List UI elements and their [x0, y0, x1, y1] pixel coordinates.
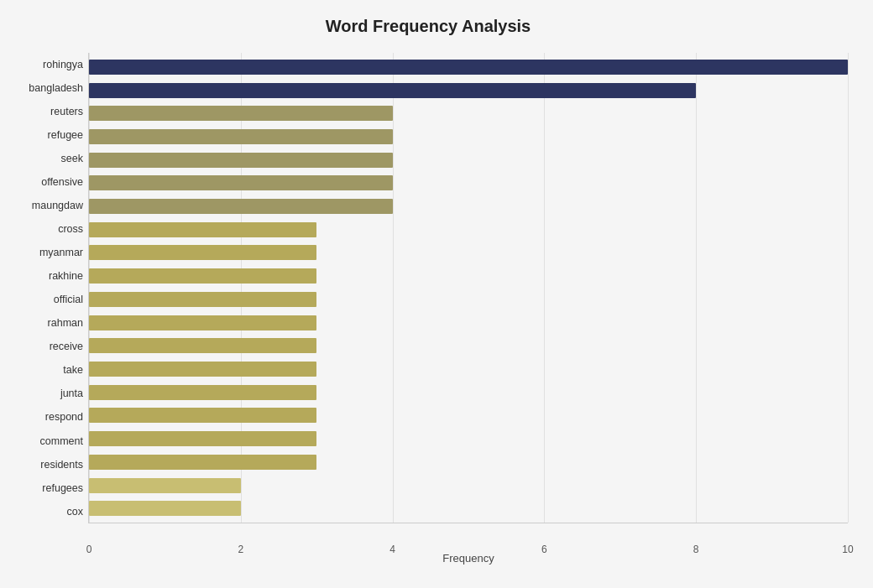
bar	[89, 106, 393, 121]
y-label: rakhine	[8, 271, 83, 282]
bar	[89, 431, 316, 446]
y-label: rohingya	[8, 60, 83, 70]
y-label: bangladesh	[8, 83, 83, 94]
y-label: official	[8, 294, 83, 305]
bar	[89, 501, 241, 516]
bar-row	[89, 357, 848, 381]
bar	[89, 315, 316, 330]
bar-row	[89, 79, 848, 102]
y-label: cox	[8, 507, 83, 518]
bar-row	[89, 404, 848, 428]
bar-row	[89, 474, 848, 497]
chart-container: Word Frequency Analysis rohingyabanglade…	[0, 0, 873, 588]
bar-row	[89, 288, 848, 311]
y-label: seek	[8, 154, 83, 164]
y-label: myanmar	[8, 247, 83, 258]
bar	[89, 153, 393, 168]
bar-row	[89, 195, 848, 218]
bar-row	[89, 264, 848, 288]
y-label: rahman	[8, 318, 83, 329]
bar	[89, 83, 696, 98]
plot-area: 0246810 Frequency	[88, 53, 848, 523]
y-label: receive	[8, 341, 83, 352]
y-label: junta	[8, 388, 83, 399]
bar	[89, 245, 316, 260]
y-label: refugee	[8, 130, 83, 141]
y-label: take	[8, 365, 83, 376]
bar-row	[89, 55, 848, 79]
bar-row	[89, 427, 848, 450]
y-label: refugees	[8, 483, 83, 494]
bar	[89, 199, 393, 214]
bar-row	[89, 242, 848, 265]
chart-area: rohingyabangladeshreutersrefugeeseekoffe…	[8, 53, 848, 523]
bar	[89, 292, 316, 307]
bar	[89, 338, 316, 353]
bar	[89, 362, 316, 377]
bar	[89, 408, 316, 423]
bar-row	[89, 311, 848, 335]
bar	[89, 385, 316, 400]
bar	[89, 268, 316, 284]
bar-row	[89, 148, 848, 172]
bar-row	[89, 381, 848, 404]
bar	[89, 175, 393, 190]
bar-row	[89, 101, 848, 125]
y-axis: rohingyabangladeshreutersrefugeeseekoffe…	[8, 53, 88, 523]
bar	[89, 455, 316, 470]
y-label: cross	[8, 224, 83, 235]
bar-row	[89, 450, 848, 474]
grid-line	[848, 53, 849, 523]
y-label: offensive	[8, 177, 83, 188]
chart-title: Word Frequency Analysis	[8, 17, 848, 36]
y-label: reuters	[8, 107, 83, 117]
y-label: residents	[8, 460, 83, 471]
bar	[89, 129, 393, 144]
bar	[89, 60, 848, 75]
bar-row	[89, 334, 848, 357]
bar-row	[89, 172, 848, 195]
y-label: comment	[8, 436, 83, 447]
x-axis-title: Frequency	[89, 552, 848, 565]
bar	[89, 478, 241, 493]
y-label: respond	[8, 412, 83, 423]
y-label: maungdaw	[8, 200, 83, 211]
bar	[89, 222, 316, 237]
bar-row	[89, 218, 848, 242]
bar-row	[89, 125, 848, 148]
bar-row	[89, 497, 848, 520]
